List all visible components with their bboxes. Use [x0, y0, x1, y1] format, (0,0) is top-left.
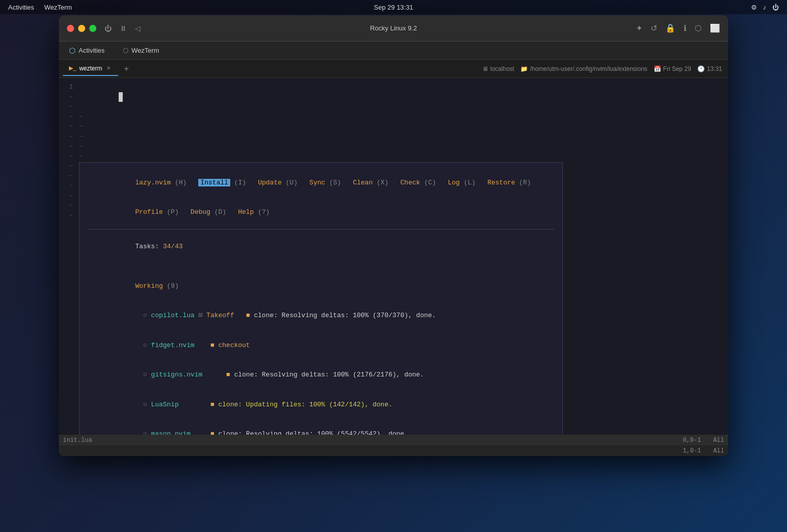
status-bar-line2: 1,0-1 All: [59, 445, 728, 456]
activities-text: Activities: [79, 47, 104, 54]
line-num-tilde8: ~: [59, 161, 73, 171]
line-num-tilde3: ~: [59, 112, 73, 122]
close-button[interactable]: [67, 25, 74, 32]
time-label: 13:31: [707, 65, 722, 72]
sys-bar-left: Activities WezTerm: [8, 4, 72, 11]
help-label[interactable]: Help: [238, 208, 254, 216]
lazyvim-help-shortcut: (H): [175, 179, 199, 186]
line-num-tilde12: ~: [59, 201, 73, 211]
title-bar-right-icons: ✦ ↺ 🔒 ℹ ⬡ ⬜: [636, 23, 720, 33]
plugin-luasnip: ○ LuaSnip ■ clone: Updating files: 100% …: [88, 390, 554, 420]
debug-label[interactable]: Debug: [191, 208, 210, 216]
line-num-tilde7: ~: [59, 151, 73, 162]
tasks-line: Tasks: 34/43: [88, 232, 554, 261]
desktop: Activities WezTerm Sep 29 13:31 ⚙ ♪ ⏻ ⏻ …: [0, 0, 787, 532]
vim-status-bar: init.lua 0,0-1 All 1,0-1 All: [59, 435, 728, 456]
wezterm-tab[interactable]: ▶_ wezterm ✕: [63, 62, 118, 76]
minimize-button[interactable]: [78, 25, 85, 32]
tilde-line-3: ~: [79, 132, 724, 142]
line-num-tilde10: ~: [59, 181, 73, 191]
line-num-1: 1: [59, 82, 73, 92]
wezterm-app-label[interactable]: WezTerm: [44, 4, 72, 11]
update-label[interactable]: Update: [258, 179, 282, 186]
scroll-label-2: All: [713, 447, 724, 454]
expand-icon[interactable]: ⬜: [710, 23, 720, 33]
main-window: ⏻ ⏸ ◁ Rocky Linux 9.2 ✦ ↺ 🔒 ℹ ⬡ ⬜ ⬡ Acti…: [59, 15, 728, 456]
restore-label[interactable]: Restore: [487, 179, 515, 186]
host-info: 🖥 localhost: [482, 65, 514, 72]
tilde-line-4: ~: [79, 141, 724, 151]
menu-row-2: Profile (P) Debug (D) Help (?): [88, 198, 554, 227]
activities-button[interactable]: ⬡ Activities: [65, 44, 109, 57]
wezterm-icon: ⬡: [123, 47, 128, 54]
profile-label[interactable]: Profile: [135, 208, 163, 216]
refresh-icon[interactable]: ↺: [651, 23, 657, 33]
window-title: Rocky Linux 9.2: [370, 24, 417, 32]
tab-close-button[interactable]: ✕: [105, 65, 112, 72]
separator: [88, 229, 554, 230]
status-bar-line1: init.lua 0,0-1 All: [59, 435, 728, 445]
power-icon[interactable]: ⏻: [104, 24, 112, 32]
path-info: 📁 /home/utm-user/.config/nvim/lua/extens…: [520, 65, 647, 72]
back-icon[interactable]: ◁: [135, 24, 140, 32]
line-num-tilde5: ~: [59, 132, 73, 142]
lazyvim-title: lazy.nvim: [135, 179, 175, 186]
sys-bar-center: Sep 29 13:31: [374, 4, 413, 11]
path-label: /home/utm-user/.config/nvim/lua/extensio…: [530, 65, 647, 72]
check-label[interactable]: Check: [401, 179, 420, 186]
activities-label[interactable]: Activities: [8, 4, 34, 11]
date-time-label: Sep 29 13:31: [374, 4, 413, 11]
tasks-value: 34/43: [163, 243, 183, 250]
tab-label: wezterm: [79, 65, 102, 72]
pause-icon[interactable]: ⏸: [120, 24, 127, 32]
lock-icon[interactable]: 🔒: [665, 23, 675, 33]
plugin-copilot-lua: ○ copilot.lua ⊡ Takeoff ■ clone: Resolvi…: [88, 301, 554, 331]
info-icon[interactable]: ℹ: [684, 23, 687, 33]
install-button[interactable]: Install: [198, 179, 230, 186]
system-bar: Activities WezTerm Sep 29 13:31 ⚙ ♪ ⏻: [0, 0, 787, 14]
plugin-fidget-nvim: ○ fidget.nvim ■ checkout: [88, 330, 554, 360]
wezterm-activity-button[interactable]: ⬡ WezTerm: [119, 45, 163, 56]
activities-icon: ⬡: [69, 46, 76, 55]
lazy-panel: lazy.nvim (H) Install (I) Update (U) Syn…: [79, 162, 563, 456]
cursor-line: [79, 82, 724, 112]
filename-label: init.lua: [63, 437, 92, 444]
folder-icon: 📁: [520, 65, 528, 72]
log-label[interactable]: Log: [448, 179, 459, 186]
status-bar-right2: 1,0-1 All: [683, 447, 724, 454]
tilde-line-1: ~: [79, 112, 724, 122]
title-bar: ⏻ ⏸ ◁ Rocky Linux 9.2 ✦ ↺ 🔒 ℹ ⬡ ⬜: [59, 15, 728, 42]
clean-label[interactable]: Clean: [353, 179, 373, 186]
traffic-lights: [67, 25, 96, 32]
sync-label[interactable]: Sync: [309, 179, 325, 186]
tilde-line-2: ~: [79, 122, 724, 132]
line-num-tilde2: ~: [59, 102, 73, 112]
network-icon: ⚙: [751, 4, 757, 11]
plus-icon: +: [124, 64, 129, 73]
brightness-icon[interactable]: ✦: [636, 23, 642, 33]
new-tab-button[interactable]: +: [120, 63, 132, 75]
maximize-button[interactable]: [89, 25, 96, 32]
position-label-1: 0,0-1: [683, 437, 701, 444]
host-label: localhost: [490, 65, 514, 72]
tab-bar: ▶_ wezterm ✕ + 🖥 localhost 📁 /home/utm-u…: [59, 60, 728, 78]
tab-bar-info: 🖥 localhost 📁 /home/utm-user/.config/nvi…: [482, 65, 722, 72]
line-num-tilde6: ~: [59, 141, 73, 151]
time-info: 🕐 13:31: [697, 65, 722, 72]
tab-icon: ▶_: [69, 65, 76, 71]
plugin-gitsigns-nvim: ○ gitsigns.nvim ■ clone: Resolving delta…: [88, 360, 554, 390]
monitor-icon: 🖥: [482, 65, 488, 72]
tilde-line-5: ~: [79, 151, 724, 162]
wezterm-activity-text: WezTerm: [131, 47, 159, 54]
position-label-2: 1,0-1: [683, 447, 701, 454]
share-icon[interactable]: ⬡: [695, 23, 702, 33]
calendar-icon: 📅: [654, 65, 661, 72]
date-label: Fri Sep 29: [663, 65, 691, 72]
terminal-content: ~ ~ ~ ~ ~ lazy.nvim (H) Install (I) Upda…: [79, 78, 728, 456]
terminal[interactable]: 1 ~ ~ ~ ~ ~ ~ ~ ~ ~ ~ ~ ~ ~: [59, 78, 728, 456]
power-icon: ⏻: [772, 4, 779, 11]
sys-bar-right: ⚙ ♪ ⏻: [751, 4, 779, 11]
status-bar-right1: 0,0-1 All: [683, 437, 724, 444]
date-info: 📅 Fri Sep 29: [654, 65, 691, 72]
audio-icon: ♪: [763, 4, 767, 11]
